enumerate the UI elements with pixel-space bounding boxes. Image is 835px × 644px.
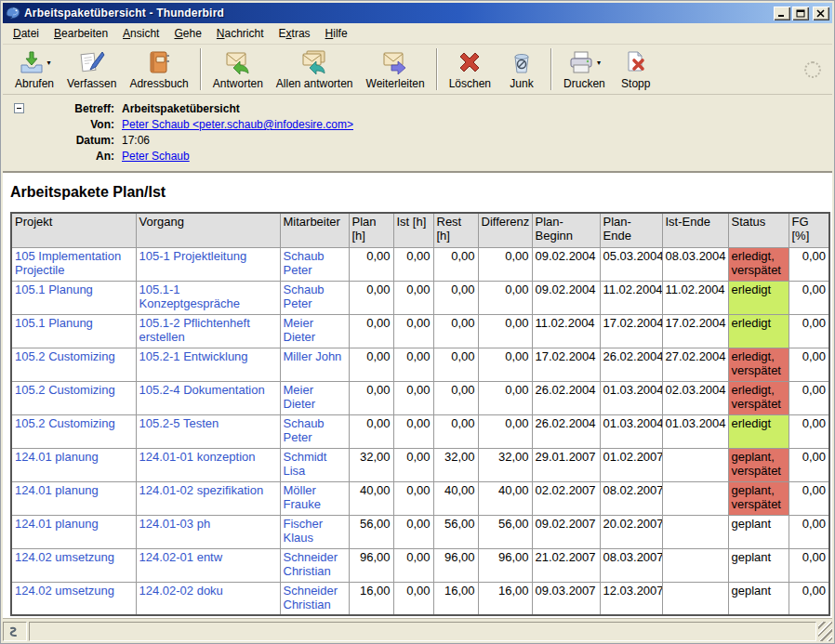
menu-hilfe[interactable]: Hilfe (319, 24, 354, 43)
plan-cell: 40,00 (349, 481, 393, 515)
plan-beginn-cell: 09.02.2004 (532, 281, 600, 314)
ist-cell: 0,00 (393, 582, 433, 615)
reply-all-button[interactable]: Allen antworten (270, 46, 360, 92)
projekt-link[interactable]: 124.01 planung (15, 483, 99, 497)
ist-cell: 0,00 (393, 281, 433, 314)
plan-ende-cell: 01.03.2004 (600, 414, 662, 448)
differenz-cell: 0,00 (478, 348, 532, 381)
projekt-link[interactable]: 105 Implementation Projectile (15, 249, 121, 277)
menu-ansicht[interactable]: Ansicht (116, 24, 166, 43)
mitarbeiter-link[interactable]: Schaub Peter (284, 249, 325, 277)
vorgang-link[interactable]: 105.1-2 Pflichtenheft erstellen (139, 316, 250, 344)
plan-ende-cell: 01.03.2004 (600, 381, 662, 414)
projekt-link[interactable]: 124.02 umsetzung (15, 584, 114, 598)
projekt-link[interactable]: 105.1 Planung (15, 316, 93, 330)
ist-ende-cell: 01.03.2004 (662, 414, 728, 448)
resize-grip[interactable] (818, 622, 832, 641)
plan-beginn-cell: 17.02.2004 (532, 348, 600, 381)
mitarbeiter-link[interactable]: Meier Dieter (284, 383, 316, 411)
compose-button[interactable]: Verfassen (60, 46, 123, 92)
menu-datei[interactable]: Datei (7, 24, 46, 43)
mitarbeiter-link[interactable]: Meier Dieter (284, 316, 316, 344)
get-mail-dropdown-arrow[interactable]: ▾ (47, 59, 51, 67)
vorgang-link[interactable]: 124.01-01 konzeption (139, 450, 256, 464)
mitarbeiter-link[interactable]: Schneider Christian (284, 584, 338, 611)
differenz-cell: 16,00 (478, 582, 532, 615)
toolbar-separator (550, 48, 552, 90)
col-rest-h: Rest [h] (433, 213, 478, 247)
vorgang-link[interactable]: 105.2-5 Testen (139, 416, 219, 430)
status-badge: geplant (728, 582, 789, 615)
col-status: Status (728, 213, 789, 247)
vorgang-link[interactable]: 124.01-02 spezifikation (139, 483, 264, 497)
menu-bearbeiten[interactable]: Bearbeiten (47, 24, 114, 43)
vorgang-link[interactable]: 105.1-1 Konzeptgespräche (139, 283, 240, 310)
mitarbeiter-link[interactable]: Fischer Klaus (284, 517, 324, 545)
collapse-headers-button[interactable] (14, 103, 24, 113)
junk-button[interactable]: Junk (497, 46, 546, 92)
menu-gehe[interactable]: Gehe (167, 24, 207, 43)
vorgang-link[interactable]: 124.01-03 ph (139, 517, 211, 531)
date-value: 17:06 (122, 133, 150, 148)
reply-icon (225, 49, 251, 75)
ist-cell: 0,00 (393, 381, 433, 414)
ist-cell: 0,00 (393, 448, 433, 481)
ist-ende-cell (662, 448, 728, 481)
vorgang-link[interactable]: 105.2-1 Entwicklung (139, 349, 248, 363)
projekt-link[interactable]: 105.1 Planung (15, 283, 93, 296)
mitarbeiter-link[interactable]: Schaub Peter (284, 416, 325, 444)
plan-beginn-cell: 09.03.2007 (532, 582, 600, 615)
differenz-cell: 32,00 (478, 448, 532, 481)
ist-cell: 0,00 (393, 548, 433, 582)
plan-beginn-cell: 26.02.2004 (532, 414, 600, 448)
from-link[interactable]: Peter Schaub <peter.schaub@infodesire.co… (122, 117, 353, 132)
vorgang-link[interactable]: 105.2-4 Dokumentation (139, 383, 265, 397)
ist-ende-cell (662, 515, 728, 548)
plan-beginn-cell: 09.02.2004 (532, 247, 600, 281)
plan-beginn-cell: 02.02.2007 (532, 481, 600, 515)
forward-button[interactable]: Weiterleiten (360, 46, 431, 92)
projekt-link[interactable]: 105.2 Customizing (15, 416, 115, 430)
vorgang-link[interactable]: 105-1 Projektleitung (139, 249, 247, 263)
ist-cell: 0,00 (393, 247, 433, 281)
rest-cell: 0,00 (433, 281, 478, 314)
table-row: 124.02 umsetzung 124.02-02 doku Schneide… (11, 582, 829, 615)
print-dropdown-arrow[interactable]: ▾ (597, 59, 601, 67)
menu-nachricht[interactable]: Nachricht (210, 24, 271, 43)
rest-cell: 16,00 (433, 582, 478, 615)
reply-button[interactable]: Antworten (206, 46, 270, 92)
vorgang-link[interactable]: 124.02-01 entw (139, 550, 223, 564)
mitarbeiter-link[interactable]: Möller Frauke (284, 483, 321, 511)
menu-extras[interactable]: Extras (272, 24, 317, 43)
mitarbeiter-link[interactable]: Miller John (284, 349, 342, 363)
ist-ende-cell: 17.02.2004 (662, 314, 728, 348)
mitarbeiter-link[interactable]: Schneider Christian (284, 550, 338, 578)
rest-cell: 0,00 (433, 247, 478, 281)
projekt-link[interactable]: 105.2 Customizing (15, 383, 115, 397)
online-status-panel[interactable] (3, 622, 27, 641)
stop-button[interactable]: Stopp (612, 46, 660, 92)
mitarbeiter-link[interactable]: Schmidt Lisa (284, 450, 327, 478)
to-link[interactable]: Peter Schaub (122, 149, 190, 164)
get-mail-button[interactable]: ▾ Abrufen (8, 46, 60, 92)
delete-button[interactable]: Löschen (443, 46, 497, 92)
plan-ende-cell: 12.03.2007 (600, 582, 662, 615)
fg-cell: 0,00 (789, 381, 829, 414)
minimize-button[interactable] (774, 7, 790, 20)
projekt-link[interactable]: 124.01 planung (15, 450, 99, 464)
address-book-button[interactable]: Adressbuch (123, 46, 194, 92)
projekt-link[interactable]: 105.2 Customizing (15, 349, 115, 363)
maximize-button[interactable] (792, 7, 809, 20)
print-button[interactable]: ▾ Drucken (557, 46, 612, 92)
status-badge: geplant (728, 515, 789, 548)
plan-ende-cell: 05.03.2004 (600, 247, 662, 281)
projekt-link[interactable]: 124.01 planung (15, 517, 99, 531)
projekt-link[interactable]: 124.02 umsetzung (15, 550, 114, 564)
vorgang-link[interactable]: 124.02-02 doku (139, 584, 223, 598)
table-row: 105 Implementation Projectile 105-1 Proj… (11, 247, 829, 281)
toolbar-separator (200, 48, 202, 90)
close-button[interactable] (813, 7, 829, 20)
col-plan-ende: Plan-Ende (600, 213, 662, 247)
mitarbeiter-link[interactable]: Schaub Peter (284, 283, 325, 310)
ist-ende-cell: 08.03.2004 (662, 247, 728, 281)
